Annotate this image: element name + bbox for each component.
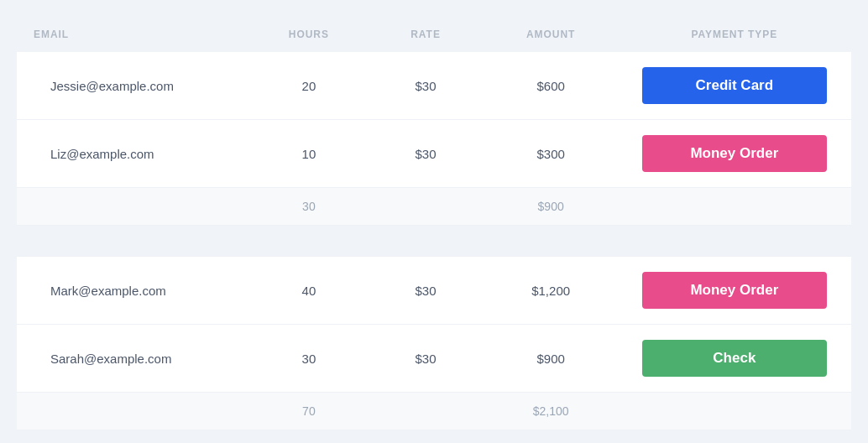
cell-hours: 20 [250, 52, 367, 120]
subtotal-payment-cell [618, 188, 851, 226]
payment-badge[interactable]: Money Order [642, 135, 827, 172]
cell-amount: $300 [484, 120, 618, 188]
cell-amount: $600 [484, 52, 618, 120]
payment-badge[interactable]: Money Order [642, 272, 827, 309]
subtotal-rate-cell [367, 393, 484, 430]
subtotal-row: 30 $900 [17, 188, 851, 226]
cell-rate: $30 [367, 325, 484, 393]
table-row: Sarah@example.com 30 $30 $900 Check [17, 325, 851, 393]
cell-hours: 10 [250, 120, 367, 188]
header-rate: Rate [367, 17, 484, 52]
table-container: Email Hours Rate Amount Payment Type Jes… [17, 17, 851, 430]
table-row: Liz@example.com 10 $30 $300 Money Order [17, 120, 851, 188]
payment-badge[interactable]: Check [642, 340, 827, 377]
subtotal-payment-cell [618, 393, 851, 430]
cell-hours: 30 [250, 325, 367, 393]
table-header-row: Email Hours Rate Amount Payment Type [17, 17, 851, 52]
cell-payment-type: Credit Card [618, 52, 851, 120]
cell-payment-type: Check [618, 325, 851, 393]
subtotal-amount: $900 [484, 188, 618, 226]
cell-hours: 40 [250, 257, 367, 325]
subtotal-hours: 70 [250, 393, 367, 430]
cell-email: Liz@example.com [17, 120, 250, 188]
header-hours: Hours [250, 17, 367, 52]
payment-badge[interactable]: Credit Card [642, 67, 827, 104]
cell-rate: $30 [367, 120, 484, 188]
subtotal-row: 70 $2,100 [17, 393, 851, 430]
subtotal-email-cell [17, 393, 250, 430]
table-row: Mark@example.com 40 $30 $1,200 Money Ord… [17, 257, 851, 325]
cell-email: Jessie@example.com [17, 52, 250, 120]
table-row: Jessie@example.com 20 $30 $600 Credit Ca… [17, 52, 851, 120]
subtotal-email-cell [17, 188, 250, 226]
cell-payment-type: Money Order [618, 120, 851, 188]
header-amount: Amount [484, 17, 618, 52]
cell-amount: $900 [484, 325, 618, 393]
cell-amount: $1,200 [484, 257, 618, 325]
data-table: Email Hours Rate Amount Payment Type Jes… [17, 17, 851, 430]
cell-rate: $30 [367, 52, 484, 120]
cell-payment-type: Money Order [618, 257, 851, 325]
subtotal-hours: 30 [250, 188, 367, 226]
subtotal-amount: $2,100 [484, 393, 618, 430]
cell-email: Mark@example.com [17, 257, 250, 325]
spacer-row [17, 226, 851, 257]
cell-email: Sarah@example.com [17, 325, 250, 393]
header-payment-type: Payment Type [618, 17, 851, 52]
header-email: Email [17, 17, 250, 52]
cell-rate: $30 [367, 257, 484, 325]
subtotal-rate-cell [367, 188, 484, 226]
